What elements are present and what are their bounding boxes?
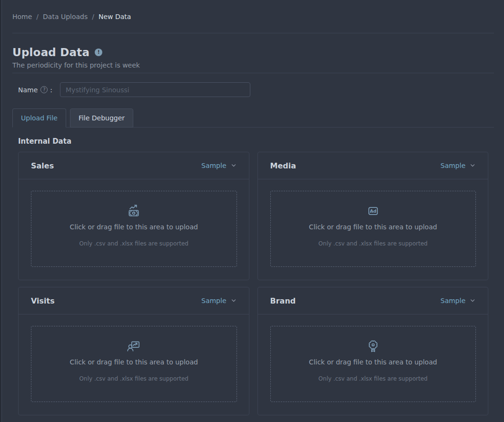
upload-hint: Only .csv and .xlsx files are supported — [79, 375, 188, 382]
name-label-colon: : — [50, 86, 52, 94]
upload-text: Click or drag file to this area to uploa… — [70, 358, 198, 366]
upload-text: Click or drag file to this area to uploa… — [309, 223, 437, 231]
question-circle-icon[interactable]: ? — [40, 86, 48, 93]
card-media-header: Media Sample — [258, 152, 488, 179]
tab-upload-file[interactable]: Upload File — [12, 108, 66, 128]
card-media: Media Sample Ad Click or drag file to th… — [257, 152, 489, 280]
card-media-sample-dropdown[interactable]: Sample — [441, 162, 476, 169]
svg-text:Ad: Ad — [370, 208, 376, 214]
info-circle-icon[interactable]: ! — [95, 49, 102, 56]
chevron-down-icon — [470, 163, 475, 168]
card-visits-header: Visits Sample — [19, 287, 249, 314]
card-sales-body: Click or drag file to this area to uploa… — [19, 179, 249, 280]
card-sales-title: Sales — [31, 161, 54, 170]
media-dropzone[interactable]: Ad Click or drag file to this area to up… — [270, 191, 476, 267]
chevron-down-icon — [231, 298, 237, 304]
tab-file-debugger[interactable]: File Debugger — [70, 108, 133, 128]
card-brand-sample-dropdown[interactable]: Sample — [441, 297, 476, 304]
sample-label: Sample — [441, 297, 466, 304]
breadcrumb-new-data: New Data — [99, 13, 131, 20]
card-brand: Brand Sample Click or drag file to this … — [257, 287, 489, 415]
upload-text: Click or drag file to this area to uploa… — [309, 358, 437, 366]
breadcrumb-home[interactable]: Home — [12, 13, 32, 20]
section-title-internal-data: Internal Data — [18, 137, 494, 146]
card-sales-header: Sales Sample — [19, 152, 249, 179]
left-edge-rail — [0, 0, 2, 422]
upload-text: Click or drag file to this area to uploa… — [70, 223, 198, 231]
visits-dropzone[interactable]: Click or drag file to this area to uploa… — [31, 326, 237, 402]
chevron-down-icon — [231, 163, 237, 168]
upload-hint: Only .csv and .xlsx files are supported — [79, 240, 188, 247]
card-visits: Visits Sample — [18, 287, 249, 415]
chevron-down-icon — [470, 298, 475, 304]
upload-cards-grid: Sales Sample — [18, 152, 488, 415]
name-label-text: Name — [18, 86, 38, 94]
upload-data-page: Home / Data Uploads / New Data Upload Da… — [0, 0, 504, 422]
sales-dropzone[interactable]: Click or drag file to this area to uploa… — [31, 191, 237, 267]
card-media-title: Media — [270, 161, 296, 170]
name-input[interactable] — [60, 82, 250, 97]
upload-hint: Only .csv and .xlsx files are supported — [318, 375, 427, 382]
money-trend-icon — [126, 203, 142, 219]
name-label: Name ? : — [18, 86, 52, 94]
upload-hint: Only .csv and .xlsx files are supported — [318, 240, 427, 247]
breadcrumb-separator: / — [92, 13, 94, 20]
page-title: Upload Data — [12, 46, 89, 59]
sample-label: Sample — [201, 297, 227, 304]
card-sales-sample-dropdown[interactable]: Sample — [201, 162, 237, 169]
card-brand-title: Brand — [270, 296, 296, 305]
brand-dropzone[interactable]: Click or drag file to this area to uploa… — [270, 326, 476, 402]
sample-label: Sample — [441, 162, 466, 169]
sample-label: Sample — [201, 162, 227, 169]
ad-icon: Ad — [365, 203, 381, 219]
header-divider — [12, 33, 494, 33]
card-brand-body: Click or drag file to this area to uploa… — [258, 314, 488, 415]
award-badge-icon — [365, 338, 381, 354]
subheader-divider — [12, 73, 494, 73]
presentation-person-icon — [126, 338, 142, 354]
card-visits-title: Visits — [31, 296, 55, 305]
tab-bar: Upload File File Debugger — [12, 108, 494, 128]
breadcrumb: Home / Data Uploads / New Data — [12, 0, 494, 20]
card-visits-body: Click or drag file to this area to uploa… — [19, 314, 249, 415]
card-media-body: Ad Click or drag file to this area to up… — [258, 179, 488, 280]
breadcrumb-separator: / — [36, 13, 39, 20]
main-content: Home / Data Uploads / New Data Upload Da… — [2, 0, 504, 415]
card-brand-header: Brand Sample — [258, 287, 488, 314]
card-visits-sample-dropdown[interactable]: Sample — [201, 297, 237, 304]
breadcrumb-data-uploads[interactable]: Data Uploads — [43, 13, 88, 20]
name-form-row: Name ? : — [18, 82, 494, 97]
page-subtitle: The periodicity for this project is week — [12, 61, 494, 69]
card-sales: Sales Sample — [18, 152, 249, 280]
page-header: Upload Data ! — [12, 46, 494, 59]
